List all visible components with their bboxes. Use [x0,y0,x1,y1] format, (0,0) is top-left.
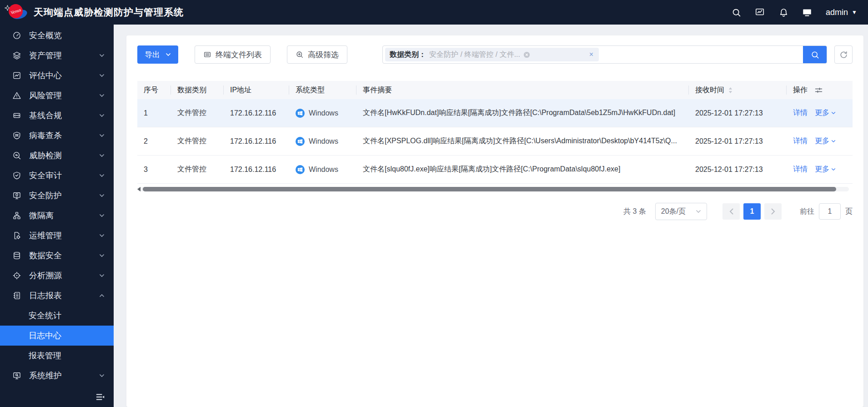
table-row[interactable]: 1 文件管控 172.16.12.116 Windows 文件名[HwKkFUD… [137,99,853,127]
main-content: 导出 终端文件列表 高级筛选 数据类别： 安全防护 / 终端管控 / [114,25,868,407]
search-icon[interactable] [731,7,741,17]
more-link[interactable]: 更多 [815,108,836,118]
table-row[interactable]: 3 文件管控 172.16.12.116 Windows 文件名[slqu80f… [137,156,853,184]
bell-icon[interactable] [778,7,788,17]
col-header-ip: IP地址 [224,81,289,99]
current-page-button[interactable]: 1 [743,203,761,220]
monitor-chart-icon[interactable] [755,7,765,17]
prev-page-button[interactable] [722,203,740,220]
sort-carets-icon[interactable] [728,86,733,94]
sidebar-item-security-audit[interactable]: 安全审计 [0,166,114,186]
scrollbar-thumb[interactable] [143,187,836,191]
chevron-down-icon [99,254,105,257]
chevron-down-icon [99,194,105,197]
next-page-button[interactable] [764,203,782,220]
user-menu[interactable]: admin ▼ [826,8,857,17]
chevron-down-icon [99,154,105,157]
col-header-os: 系统类型 [289,81,356,99]
baseline-server-icon [12,111,21,120]
chevron-down-icon [99,374,105,377]
sidebar-item-system-maintenance[interactable]: 系统维护 [0,366,114,386]
shield-check-icon [12,171,21,180]
sidebar-nav: 安全概览 资产管理 评估中心 风险管理 基线合规 病毒查杀 [0,25,114,407]
log-center-panel: 导出 终端文件列表 高级筛选 数据类别： 安全防护 / 终端管控 / [126,35,863,407]
toolbar: 导出 终端文件列表 高级筛选 数据类别： 安全防护 / 终端管控 / [137,45,853,64]
chevron-down-icon [99,174,105,177]
detail-link[interactable]: 详情 [793,165,808,174]
chart-box-icon [12,71,21,80]
pagination: 共 3 条 20条/页 1 前往 页 [137,203,853,220]
chevron-down-icon [99,274,105,277]
tag-close-icon[interactable]: × [588,50,594,59]
scroll-left-arrow-icon[interactable] [137,187,140,191]
col-header-time[interactable]: 接收时间 [689,81,787,99]
more-link[interactable]: 更多 [815,136,836,146]
col-header-category: 数据类别 [171,81,224,99]
table-row[interactable]: 2 文件管控 172.16.12.116 Windows 文件名[XPSPLOG… [137,127,853,156]
sidebar-subitem-log-center[interactable]: 日志中心 [0,326,114,346]
search-input[interactable] [599,50,803,59]
sidebar-subitem-security-stats[interactable]: 安全统计 [0,306,114,326]
app-title: 天珣端点威胁检测防护与管理系统 [34,6,184,19]
journal-icon [12,291,21,300]
table-header: 序号 数据类别 IP地址 系统类型 事件摘要 接收时间 操作 [137,81,853,99]
sidebar-item-data-security[interactable]: 数据安全 [0,246,114,266]
page-size-select[interactable]: 20条/页 [655,203,707,220]
sidebar-item-baseline-compliance[interactable]: 基线合规 [0,106,114,126]
zoom-filter-icon [296,50,304,59]
chevron-down-icon [99,94,105,97]
monitor-shield-icon [12,191,21,200]
list-card-icon [203,50,211,59]
col-header-summary: 事件摘要 [356,81,689,99]
select-chevron-down-icon [696,210,701,213]
database-icon [12,251,21,260]
total-count: 共 3 条 [623,207,646,216]
chevron-up-icon [99,294,105,297]
sidebar-collapse-icon[interactable] [94,391,106,403]
windows-icon [296,165,305,174]
sidebar-item-virus-scan[interactable]: 病毒查杀 [0,126,114,146]
chevron-down-icon [99,234,105,237]
sidebar-item-micro-isolation[interactable]: 微隔离 [0,206,114,226]
target-icon [12,271,21,280]
advanced-filter-button[interactable]: 高级筛选 [287,45,347,64]
chevron-down-icon [99,134,105,137]
detail-link[interactable]: 详情 [793,108,808,118]
sidebar-item-asset-management[interactable]: 资产管理 [0,45,114,65]
sidebar-item-trace-analysis[interactable]: 分析溯源 [0,266,114,286]
terminal-file-list-button[interactable]: 终端文件列表 [195,45,271,64]
sidebar-subitem-report-management[interactable]: 报表管理 [0,346,114,366]
search-bar: 数据类别： 安全防护 / 终端管控 / 文件... × [382,45,827,64]
warning-triangle-icon [12,91,21,100]
sidebar-item-log-report[interactable]: 日志报表 [0,286,114,306]
shield-bug-icon [12,131,21,140]
col-header-no: 序号 [137,81,171,99]
sidebar-item-security-protection[interactable]: 安全防护 [0,186,114,206]
sidebar-item-ops-management[interactable]: 运维管理 [0,226,114,246]
sidebar-item-risk-management[interactable]: 风险管理 [0,85,114,106]
search-pulse-icon [12,151,21,160]
venus-logo: Venus [5,2,29,22]
sidebar-item-threat-detection[interactable]: 威胁检测 [0,146,114,166]
chevron-down-icon [99,114,105,117]
top-header: Venus 天珣端点威胁检测防护与管理系统 admin ▼ [0,0,868,25]
export-button[interactable]: 导出 [137,45,178,64]
more-link[interactable]: 更多 [815,165,836,174]
chevron-down-icon [99,54,105,57]
windows-icon [296,137,305,146]
sidebar-item-assessment-center[interactable]: 评估中心 [0,65,114,85]
filter-tag: 数据类别： 安全防护 / 终端管控 / 文件... × [385,48,599,61]
column-filter-icon[interactable] [815,87,823,94]
horizontal-scrollbar [137,186,853,192]
doc-gear-icon [12,231,21,240]
display-icon[interactable] [802,7,812,17]
detail-link[interactable]: 详情 [793,136,808,146]
user-caret-down-icon: ▼ [852,9,857,15]
sidebar-item-security-overview[interactable]: 安全概览 [0,25,114,45]
search-submit-button[interactable] [803,46,827,63]
refresh-button[interactable] [834,45,853,64]
goto-page-input[interactable] [819,203,841,220]
monitor-wrench-icon [12,371,21,380]
tag-circle-close-icon[interactable] [523,51,530,58]
layers-icon [12,51,21,60]
